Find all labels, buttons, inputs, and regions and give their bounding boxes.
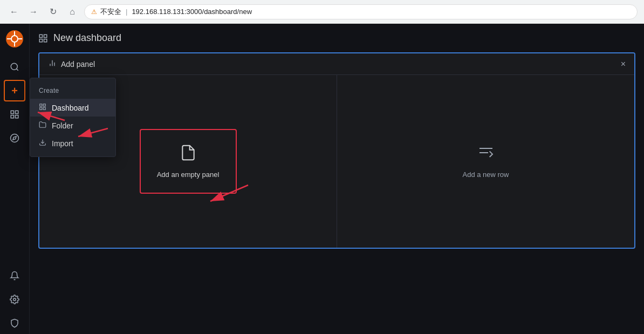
- svg-rect-20: [39, 35, 42, 37]
- create-dropdown-item-dashboard[interactable]: Dashboard: [30, 99, 115, 117]
- sidebar-item-alerting[interactable]: [4, 265, 25, 287]
- add-panel-header: Add panel ×: [39, 53, 634, 75]
- app-container: +: [0, 24, 644, 334]
- sidebar-item-explore[interactable]: [4, 127, 25, 149]
- security-label: 不安全: [100, 7, 121, 17]
- new-row-icon: [477, 144, 495, 165]
- new-row-label: Add a new row: [463, 171, 509, 179]
- dashboard-label: Dashboard: [52, 104, 89, 112]
- main-content: New dashboard Add panel ×: [30, 24, 644, 334]
- svg-rect-22: [44, 39, 47, 42]
- url-text: 192.168.118.131:3000/dashboard/new: [132, 8, 252, 16]
- add-new-row-option[interactable]: Add a new row: [337, 75, 634, 248]
- empty-panel-card[interactable]: Add an empty panel: [140, 129, 237, 194]
- empty-panel-label: Add an empty panel: [157, 171, 220, 179]
- svg-rect-9: [16, 111, 18, 113]
- grafana-logo[interactable]: [4, 28, 25, 50]
- folder-icon: [39, 121, 46, 130]
- svg-rect-11: [11, 115, 13, 118]
- svg-rect-18: [40, 107, 42, 110]
- add-panel-header-left: Add panel: [48, 59, 95, 69]
- new-row-content: Add a new row: [463, 144, 509, 179]
- dashboard-icon: [39, 103, 46, 112]
- sidebar-item-search[interactable]: [4, 56, 25, 78]
- add-panel-icon: [48, 59, 57, 69]
- svg-rect-15: [40, 104, 42, 106]
- create-dropdown: Create Dashboard Folder: [30, 78, 116, 157]
- forward-button[interactable]: →: [26, 4, 41, 19]
- plus-icon: +: [11, 85, 18, 97]
- svg-rect-16: [43, 104, 45, 106]
- svg-rect-8: [11, 111, 13, 113]
- add-panel-label: Add panel: [61, 60, 95, 69]
- svg-rect-21: [44, 35, 47, 37]
- sidebar-item-settings[interactable]: [4, 289, 25, 310]
- sidebar: +: [0, 24, 30, 334]
- svg-point-14: [13, 298, 16, 301]
- import-icon: [39, 139, 46, 148]
- svg-point-12: [11, 134, 19, 142]
- address-bar[interactable]: ⚠ 不安全 | 192.168.118.131:3000/dashboard/n…: [84, 4, 638, 19]
- add-panel-body: Add an empty panel Add a new ro: [39, 75, 634, 248]
- svg-point-6: [11, 63, 17, 70]
- add-panel-container: Add panel × Add an empty panel: [38, 52, 635, 249]
- folder-label: Folder: [52, 121, 73, 130]
- page-title: New dashboard: [53, 32, 121, 44]
- svg-marker-13: [13, 137, 16, 140]
- sidebar-item-add[interactable]: +: [4, 80, 25, 101]
- create-dropdown-item-folder[interactable]: Folder: [30, 117, 115, 134]
- create-dropdown-title: Create: [30, 83, 115, 99]
- add-panel-close-button[interactable]: ×: [621, 59, 626, 69]
- svg-line-7: [16, 69, 18, 70]
- back-button[interactable]: ←: [6, 4, 22, 19]
- svg-rect-17: [43, 107, 45, 110]
- security-warning-icon: ⚠: [91, 8, 97, 16]
- svg-rect-23: [39, 39, 42, 42]
- browser-chrome: ← → ↻ ⌂ ⚠ 不安全 | 192.168.118.131:3000/das…: [0, 0, 644, 24]
- empty-panel-doc-icon: [180, 144, 197, 165]
- grafana-icon: [6, 30, 23, 47]
- svg-rect-10: [16, 115, 18, 118]
- create-dropdown-item-import[interactable]: Import: [30, 134, 115, 152]
- sidebar-item-dashboards[interactable]: [4, 104, 25, 125]
- address-separator: |: [126, 8, 127, 16]
- reload-button[interactable]: ↻: [45, 4, 60, 19]
- import-label: Import: [52, 139, 73, 148]
- page-header: New dashboard: [38, 32, 635, 44]
- home-button[interactable]: ⌂: [65, 4, 80, 19]
- dashboard-header-icon: [38, 33, 48, 43]
- sidebar-item-admin[interactable]: [4, 312, 25, 334]
